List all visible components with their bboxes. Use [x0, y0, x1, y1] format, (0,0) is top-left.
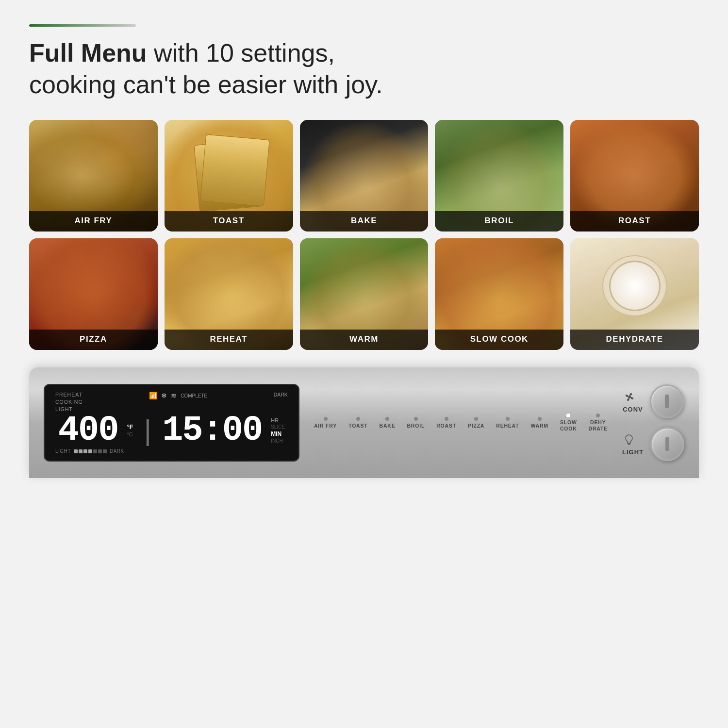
conv-label: CONV	[623, 406, 643, 413]
mode-label-warm: WARM	[530, 423, 548, 429]
light-segments	[74, 449, 107, 453]
food-label-air-fry: AIR FRY	[29, 211, 158, 232]
food-card-warm[interactable]: WARM	[300, 238, 429, 350]
food-label-reheat: REHEAT	[165, 330, 293, 350]
mode-btn-roast[interactable]: ROAST	[430, 414, 462, 432]
light-seg-6	[98, 449, 102, 453]
light-seg-2	[79, 449, 83, 453]
food-label-toast: TOAST	[165, 211, 293, 232]
mode-btn-broil[interactable]: BROIL	[401, 414, 430, 432]
mode-label-broil: BROIL	[407, 423, 425, 429]
headline-bold: Full Menu	[29, 39, 147, 67]
food-card-dehydrate[interactable]: DEHYDRATE	[570, 238, 699, 350]
conv-fan-icon	[623, 390, 636, 404]
mode-buttons-row: AIR FRY TOAST BAKE BROIL ROAST PIZZA	[308, 411, 613, 434]
mode-btn-warm[interactable]: WARM	[525, 414, 554, 432]
header-section: Full Menu with 10 settings,cooking can't…	[29, 19, 699, 120]
mode-dot-slow-cook	[566, 414, 570, 417]
mode-btn-dehydrate[interactable]: DEHYDRATE	[583, 411, 613, 434]
food-card-toast[interactable]: TOAST	[165, 120, 293, 232]
time-unit-inch: INCH	[271, 438, 285, 444]
conv-knob[interactable]	[650, 384, 684, 418]
food-label-bake: BAKE	[300, 211, 429, 232]
mode-dot-broil	[414, 417, 418, 421]
food-card-slow-cook[interactable]: SLOW COOK	[435, 238, 563, 350]
mode-btn-air-fry[interactable]: AIR FRY	[308, 414, 343, 432]
food-card-bake[interactable]: BAKE	[300, 120, 429, 232]
display-panel: PREHEAT COOKING LIGHT 📶 ❄ ≋ COMPLETE DAR…	[44, 384, 299, 462]
light-knob[interactable]	[650, 427, 684, 461]
mode-btn-reheat[interactable]: REHEAT	[490, 414, 525, 432]
mode-label-bake: BAKE	[380, 423, 396, 429]
status-complete: COMPLETE	[181, 393, 207, 398]
temp-unit-f: °F	[127, 423, 133, 430]
headline: Full Menu with 10 settings,cooking can't…	[29, 37, 699, 100]
oven-panel: PREHEAT COOKING LIGHT 📶 ❄ ≋ COMPLETE DAR…	[29, 367, 699, 478]
light-label-ctrl: LIGHT	[622, 448, 644, 456]
page-container: Full Menu with 10 settings,cooking can't…	[0, 0, 728, 728]
mode-label-toast: TOAST	[348, 423, 367, 429]
right-controls: CONV LIGHT	[622, 384, 684, 461]
mode-dot-air-fry	[324, 417, 328, 421]
display-bottom: LIGHT DARK	[55, 448, 288, 454]
mode-btn-pizza[interactable]: PIZZA	[462, 414, 490, 432]
food-grid: AIR FRY TOAST BAKE BROIL ROAST	[29, 120, 699, 350]
mode-btn-slow-cook[interactable]: SLOWCOOK	[554, 411, 583, 434]
light-seg-1	[74, 449, 78, 453]
display-top: PREHEAT COOKING LIGHT 📶 ❄ ≋ COMPLETE DAR…	[55, 392, 288, 412]
status-cooking: COOKING	[55, 399, 83, 405]
display-time: 15:00	[162, 413, 262, 448]
control-group-light: LIGHT	[622, 427, 684, 461]
mode-dot-warm	[538, 417, 542, 421]
display-main: 400 °F °C | 15:00 HR SLICE MIN INCH	[55, 412, 288, 448]
accent-bar	[29, 24, 136, 27]
food-label-pizza: PIZZA	[29, 330, 158, 350]
food-label-warm: WARM	[300, 330, 429, 350]
mode-label-pizza: PIZZA	[468, 423, 484, 429]
time-unit-hr: HR	[271, 417, 285, 423]
mode-label-roast: ROAST	[436, 423, 456, 429]
food-card-air-fry[interactable]: AIR FRY	[29, 120, 158, 232]
mode-dot-toast	[356, 417, 360, 421]
status-dark: DARK	[274, 392, 288, 397]
food-label-roast: ROAST	[570, 211, 699, 232]
svg-point-0	[628, 396, 631, 398]
mode-dot-pizza	[474, 417, 478, 421]
food-label-slow-cook: SLOW COOK	[435, 330, 563, 350]
fan-icon: ❄	[161, 392, 167, 399]
mode-label-slow-cook: SLOWCOOK	[560, 419, 577, 431]
light-seg-7	[103, 449, 107, 453]
light-label: LIGHT	[55, 448, 71, 454]
mode-btn-toast[interactable]: TOAST	[343, 414, 373, 432]
dark-label: DARK	[110, 448, 124, 454]
mode-label-reheat: REHEAT	[496, 423, 519, 429]
mode-btn-bake[interactable]: BAKE	[374, 414, 401, 432]
display-time-unit: HR SLICE MIN INCH	[271, 417, 285, 444]
food-card-reheat[interactable]: REHEAT	[165, 238, 293, 350]
display-separator: |	[144, 416, 152, 445]
display-temperature: 400	[58, 413, 118, 448]
light-bulb-icon	[622, 433, 636, 447]
wifi-icon: 📶	[149, 392, 157, 399]
mode-label-air-fry: AIR FRY	[314, 423, 337, 429]
mode-label-dehydrate: DEHYDRATE	[589, 419, 608, 431]
mode-dot-reheat	[506, 417, 510, 421]
food-label-dehydrate: DEHYDRATE	[570, 330, 699, 350]
control-group-conv: CONV	[623, 384, 684, 418]
display-status-right: DARK	[274, 392, 288, 397]
display-icons: 📶 ❄ ≋ COMPLETE	[149, 392, 207, 399]
display-temp-unit: °F °C	[127, 423, 133, 437]
mode-dot-dehydrate	[596, 414, 600, 417]
light-seg-5	[93, 449, 97, 453]
temp-unit-c: °C	[127, 431, 133, 437]
signal-icon: ≋	[171, 392, 177, 399]
food-card-roast[interactable]: ROAST	[570, 120, 699, 232]
food-card-broil[interactable]: BROIL	[435, 120, 563, 232]
light-seg-3	[83, 449, 87, 453]
display-status-left: PREHEAT COOKING LIGHT	[55, 392, 83, 412]
mode-dot-roast	[445, 417, 448, 421]
light-bar: LIGHT DARK	[55, 448, 124, 454]
food-card-pizza[interactable]: PIZZA	[29, 238, 158, 350]
mode-dot-bake	[385, 417, 389, 421]
time-unit-min: MIN	[271, 430, 285, 437]
